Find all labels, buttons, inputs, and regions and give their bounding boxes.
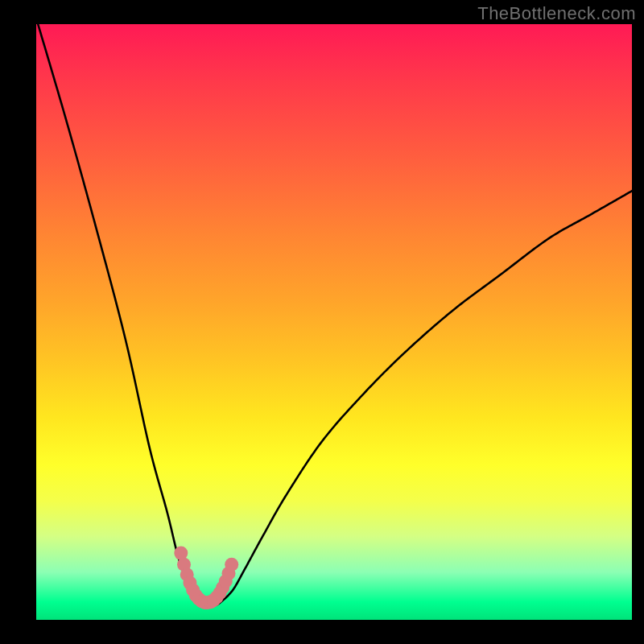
plot-area bbox=[36, 24, 632, 620]
chart-svg bbox=[36, 24, 632, 620]
trough-dot bbox=[225, 558, 238, 572]
chart-frame: TheBottleneck.com bbox=[0, 0, 644, 644]
curve-line bbox=[36, 24, 632, 607]
watermark-text: TheBottleneck.com bbox=[477, 3, 636, 24]
